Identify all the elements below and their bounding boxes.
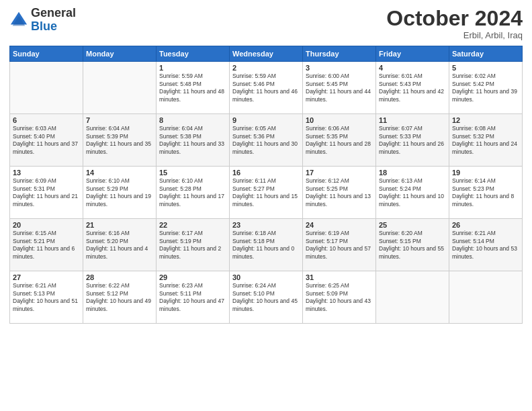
day-number: 31 — [306, 273, 373, 281]
calendar-day-cell: 7Sunrise: 6:04 AM Sunset: 5:39 PM Daylig… — [83, 114, 157, 167]
day-info: Sunrise: 5:59 AM Sunset: 5:48 PM Dayligh… — [159, 73, 226, 103]
calendar-day-cell: 29Sunrise: 6:23 AM Sunset: 5:11 PM Dayli… — [157, 271, 230, 324]
day-info: Sunrise: 6:23 AM Sunset: 5:11 PM Dayligh… — [159, 282, 226, 313]
calendar-day-cell: 13Sunrise: 6:09 AM Sunset: 5:31 PM Dayli… — [10, 167, 83, 219]
day-number: 8 — [159, 116, 226, 124]
weekday-header: Sunday — [10, 46, 83, 62]
day-info: Sunrise: 6:17 AM Sunset: 5:19 PM Dayligh… — [159, 230, 226, 261]
calendar-day-cell: 17Sunrise: 6:12 AM Sunset: 5:25 PM Dayli… — [303, 167, 376, 219]
location: Erbil, Arbil, Iraq — [386, 30, 523, 40]
calendar-day-cell: 12Sunrise: 6:08 AM Sunset: 5:32 PM Dayli… — [449, 114, 523, 167]
calendar-day-cell: 25Sunrise: 6:20 AM Sunset: 5:15 PM Dayli… — [376, 219, 449, 271]
day-number: 18 — [379, 169, 446, 177]
day-number: 12 — [452, 116, 519, 124]
calendar-day-cell: 11Sunrise: 6:07 AM Sunset: 5:33 PM Dayli… — [376, 114, 449, 167]
title-block: October 2024 Erbil, Arbil, Iraq — [386, 7, 523, 40]
weekday-header: Thursday — [303, 46, 376, 62]
day-number: 16 — [232, 169, 300, 177]
day-info: Sunrise: 6:10 AM Sunset: 5:28 PM Dayligh… — [159, 177, 226, 208]
day-number: 1 — [159, 64, 226, 72]
weekday-header: Tuesday — [157, 46, 230, 62]
calendar-day-cell: 14Sunrise: 6:10 AM Sunset: 5:29 PM Dayli… — [83, 167, 157, 219]
calendar-day-cell — [376, 271, 449, 324]
day-number: 6 — [13, 116, 80, 124]
day-number: 28 — [86, 273, 153, 281]
calendar-day-cell: 1Sunrise: 5:59 AM Sunset: 5:48 PM Daylig… — [157, 62, 230, 114]
day-info: Sunrise: 6:13 AM Sunset: 5:24 PM Dayligh… — [379, 177, 446, 208]
day-info: Sunrise: 6:05 AM Sunset: 5:36 PM Dayligh… — [232, 125, 300, 156]
calendar-day-cell: 21Sunrise: 6:16 AM Sunset: 5:20 PM Dayli… — [83, 219, 157, 271]
calendar-day-cell: 30Sunrise: 6:24 AM Sunset: 5:10 PM Dayli… — [230, 271, 303, 324]
calendar-header-row: SundayMondayTuesdayWednesdayThursdayFrid… — [10, 46, 523, 62]
logo-line1: General — [31, 7, 76, 20]
calendar-day-cell: 19Sunrise: 6:14 AM Sunset: 5:23 PM Dayli… — [449, 167, 523, 219]
calendar-week-row: 6Sunrise: 6:03 AM Sunset: 5:40 PM Daylig… — [10, 114, 523, 167]
calendar-day-cell: 27Sunrise: 6:21 AM Sunset: 5:13 PM Dayli… — [10, 271, 83, 324]
day-number: 29 — [159, 273, 226, 281]
day-info: Sunrise: 6:00 AM Sunset: 5:45 PM Dayligh… — [306, 73, 373, 103]
calendar-day-cell: 8Sunrise: 6:04 AM Sunset: 5:38 PM Daylig… — [157, 114, 230, 167]
weekday-header: Friday — [376, 46, 449, 62]
calendar-day-cell: 23Sunrise: 6:18 AM Sunset: 5:18 PM Dayli… — [230, 219, 303, 271]
day-info: Sunrise: 6:10 AM Sunset: 5:29 PM Dayligh… — [86, 177, 153, 208]
calendar-day-cell — [10, 62, 83, 114]
day-info: Sunrise: 6:18 AM Sunset: 5:18 PM Dayligh… — [232, 230, 300, 261]
weekday-header: Saturday — [449, 46, 523, 62]
day-info: Sunrise: 6:02 AM Sunset: 5:42 PM Dayligh… — [452, 73, 519, 103]
day-info: Sunrise: 6:21 AM Sunset: 5:13 PM Dayligh… — [13, 282, 80, 313]
day-info: Sunrise: 6:04 AM Sunset: 5:39 PM Dayligh… — [86, 125, 153, 156]
calendar-day-cell: 28Sunrise: 6:22 AM Sunset: 5:12 PM Dayli… — [83, 271, 157, 324]
calendar-day-cell: 10Sunrise: 6:06 AM Sunset: 5:35 PM Dayli… — [303, 114, 376, 167]
day-number: 20 — [13, 221, 80, 229]
weekday-header: Monday — [83, 46, 157, 62]
day-number: 27 — [13, 273, 80, 281]
day-number: 4 — [379, 64, 446, 72]
day-info: Sunrise: 6:08 AM Sunset: 5:32 PM Dayligh… — [452, 125, 519, 156]
day-number: 11 — [379, 116, 446, 124]
calendar-week-row: 1Sunrise: 5:59 AM Sunset: 5:48 PM Daylig… — [10, 62, 523, 114]
day-info: Sunrise: 6:06 AM Sunset: 5:35 PM Dayligh… — [306, 125, 373, 156]
day-number: 19 — [452, 169, 519, 177]
day-info: Sunrise: 6:22 AM Sunset: 5:12 PM Dayligh… — [86, 282, 153, 313]
day-number: 7 — [86, 116, 153, 124]
logo-text: General Blue — [31, 7, 76, 34]
calendar-day-cell: 4Sunrise: 6:01 AM Sunset: 5:43 PM Daylig… — [376, 62, 449, 114]
calendar-day-cell: 26Sunrise: 6:21 AM Sunset: 5:14 PM Dayli… — [449, 219, 523, 271]
calendar-day-cell: 16Sunrise: 6:11 AM Sunset: 5:27 PM Dayli… — [230, 167, 303, 219]
day-number: 10 — [306, 116, 373, 124]
month-title: October 2024 — [386, 7, 523, 30]
day-number: 17 — [306, 169, 373, 177]
day-info: Sunrise: 6:09 AM Sunset: 5:31 PM Dayligh… — [13, 177, 80, 208]
calendar-day-cell: 2Sunrise: 5:59 AM Sunset: 5:46 PM Daylig… — [230, 62, 303, 114]
calendar-day-cell: 22Sunrise: 6:17 AM Sunset: 5:19 PM Dayli… — [157, 219, 230, 271]
calendar-day-cell: 3Sunrise: 6:00 AM Sunset: 5:45 PM Daylig… — [303, 62, 376, 114]
day-number: 15 — [159, 169, 226, 177]
weekday-header: Wednesday — [230, 46, 303, 62]
day-number: 3 — [306, 64, 373, 72]
calendar-day-cell: 5Sunrise: 6:02 AM Sunset: 5:42 PM Daylig… — [449, 62, 523, 114]
day-number: 14 — [86, 169, 153, 177]
calendar-day-cell: 9Sunrise: 6:05 AM Sunset: 5:36 PM Daylig… — [230, 114, 303, 167]
day-number: 25 — [379, 221, 446, 229]
day-number: 24 — [306, 221, 373, 229]
calendar-week-row: 20Sunrise: 6:15 AM Sunset: 5:21 PM Dayli… — [10, 219, 523, 271]
page: General Blue October 2024 Erbil, Arbil, … — [0, 0, 532, 411]
day-info: Sunrise: 5:59 AM Sunset: 5:46 PM Dayligh… — [232, 73, 300, 103]
calendar-week-row: 13Sunrise: 6:09 AM Sunset: 5:31 PM Dayli… — [10, 167, 523, 219]
calendar-day-cell: 18Sunrise: 6:13 AM Sunset: 5:24 PM Dayli… — [376, 167, 449, 219]
day-info: Sunrise: 6:07 AM Sunset: 5:33 PM Dayligh… — [379, 125, 446, 156]
day-number: 2 — [232, 64, 300, 72]
calendar-day-cell — [83, 62, 157, 114]
logo: General Blue — [9, 7, 76, 34]
day-info: Sunrise: 6:19 AM Sunset: 5:17 PM Dayligh… — [306, 230, 373, 261]
day-info: Sunrise: 6:12 AM Sunset: 5:25 PM Dayligh… — [306, 177, 373, 208]
day-number: 9 — [232, 116, 300, 124]
day-number: 30 — [232, 273, 300, 281]
calendar-day-cell: 6Sunrise: 6:03 AM Sunset: 5:40 PM Daylig… — [10, 114, 83, 167]
day-info: Sunrise: 6:01 AM Sunset: 5:43 PM Dayligh… — [379, 73, 446, 103]
day-info: Sunrise: 6:15 AM Sunset: 5:21 PM Dayligh… — [13, 230, 80, 261]
calendar-day-cell: 20Sunrise: 6:15 AM Sunset: 5:21 PM Dayli… — [10, 219, 83, 271]
day-number: 22 — [159, 221, 226, 229]
day-info: Sunrise: 6:25 AM Sunset: 5:09 PM Dayligh… — [306, 282, 373, 313]
day-number: 5 — [452, 64, 519, 72]
